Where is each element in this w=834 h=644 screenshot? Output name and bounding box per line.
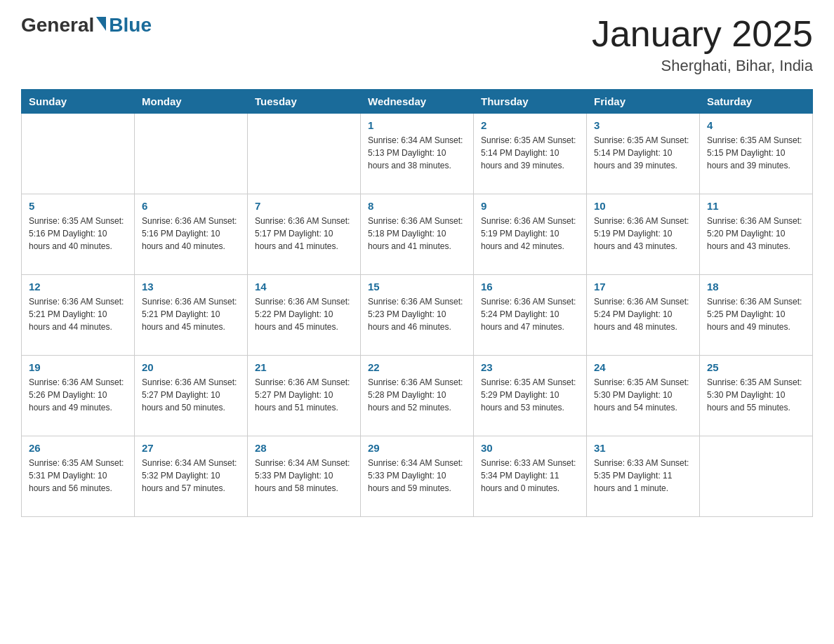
- table-row: 10Sunrise: 6:36 AM Sunset: 5:19 PM Dayli…: [587, 194, 700, 275]
- day-number: 6: [142, 200, 240, 212]
- day-info: Sunrise: 6:35 AM Sunset: 5:16 PM Dayligh…: [29, 215, 127, 253]
- day-info: Sunrise: 6:36 AM Sunset: 5:21 PM Dayligh…: [29, 295, 127, 333]
- day-info: Sunrise: 6:34 AM Sunset: 5:33 PM Dayligh…: [368, 457, 466, 495]
- day-info: Sunrise: 6:35 AM Sunset: 5:31 PM Dayligh…: [29, 457, 127, 495]
- table-row: 25Sunrise: 6:35 AM Sunset: 5:30 PM Dayli…: [700, 356, 813, 436]
- day-info: Sunrise: 6:35 AM Sunset: 5:14 PM Dayligh…: [481, 134, 579, 172]
- logo: General Blue: [21, 14, 152, 36]
- table-row: 5Sunrise: 6:35 AM Sunset: 5:16 PM Daylig…: [22, 194, 135, 275]
- table-row: 11Sunrise: 6:36 AM Sunset: 5:20 PM Dayli…: [700, 194, 813, 275]
- day-info: Sunrise: 6:35 AM Sunset: 5:15 PM Dayligh…: [707, 134, 805, 172]
- table-row: 17Sunrise: 6:36 AM Sunset: 5:24 PM Dayli…: [587, 275, 700, 356]
- day-number: 3: [594, 119, 692, 131]
- table-row: 13Sunrise: 6:36 AM Sunset: 5:21 PM Dayli…: [135, 275, 248, 356]
- day-info: Sunrise: 6:34 AM Sunset: 5:32 PM Dayligh…: [142, 457, 240, 495]
- table-row: 20Sunrise: 6:36 AM Sunset: 5:27 PM Dayli…: [135, 356, 248, 436]
- day-info: Sunrise: 6:36 AM Sunset: 5:23 PM Dayligh…: [368, 295, 466, 333]
- table-row: 24Sunrise: 6:35 AM Sunset: 5:30 PM Dayli…: [587, 356, 700, 436]
- logo-blue-text: Blue: [109, 14, 152, 36]
- table-row: [700, 436, 813, 517]
- day-info: Sunrise: 6:36 AM Sunset: 5:26 PM Dayligh…: [29, 376, 127, 414]
- calendar-week-row: 5Sunrise: 6:35 AM Sunset: 5:16 PM Daylig…: [22, 194, 813, 275]
- month-title: January 2025: [592, 14, 813, 54]
- table-row: 19Sunrise: 6:36 AM Sunset: 5:26 PM Dayli…: [22, 356, 135, 436]
- page-header: General Blue January 2025 Sherghati, Bih…: [21, 14, 813, 75]
- day-number: 27: [142, 442, 240, 454]
- col-header-thursday: Thursday: [474, 90, 587, 114]
- day-number: 10: [594, 200, 692, 212]
- day-info: Sunrise: 6:36 AM Sunset: 5:17 PM Dayligh…: [255, 215, 353, 253]
- day-number: 22: [368, 361, 466, 373]
- title-section: January 2025 Sherghati, Bihar, India: [592, 14, 813, 75]
- table-row: 23Sunrise: 6:35 AM Sunset: 5:29 PM Dayli…: [474, 356, 587, 436]
- day-info: Sunrise: 6:36 AM Sunset: 5:24 PM Dayligh…: [594, 295, 692, 333]
- logo-general-text: General: [21, 14, 94, 36]
- calendar-week-row: 26Sunrise: 6:35 AM Sunset: 5:31 PM Dayli…: [22, 436, 813, 517]
- day-info: Sunrise: 6:35 AM Sunset: 5:30 PM Dayligh…: [707, 376, 805, 414]
- day-info: Sunrise: 6:35 AM Sunset: 5:29 PM Dayligh…: [481, 376, 579, 414]
- day-number: 23: [481, 361, 579, 373]
- day-info: Sunrise: 6:36 AM Sunset: 5:21 PM Dayligh…: [142, 295, 240, 333]
- day-number: 14: [255, 281, 353, 293]
- day-info: Sunrise: 6:36 AM Sunset: 5:16 PM Dayligh…: [142, 215, 240, 253]
- table-row: 22Sunrise: 6:36 AM Sunset: 5:28 PM Dayli…: [361, 356, 474, 436]
- day-info: Sunrise: 6:36 AM Sunset: 5:18 PM Dayligh…: [368, 215, 466, 253]
- table-row: 9Sunrise: 6:36 AM Sunset: 5:19 PM Daylig…: [474, 194, 587, 275]
- day-number: 2: [481, 119, 579, 131]
- table-row: 21Sunrise: 6:36 AM Sunset: 5:27 PM Dayli…: [248, 356, 361, 436]
- day-number: 1: [368, 119, 466, 131]
- table-row: 31Sunrise: 6:33 AM Sunset: 5:35 PM Dayli…: [587, 436, 700, 517]
- day-number: 15: [368, 281, 466, 293]
- table-row: 14Sunrise: 6:36 AM Sunset: 5:22 PM Dayli…: [248, 275, 361, 356]
- col-header-friday: Friday: [587, 90, 700, 114]
- logo-triangle-icon: [96, 17, 106, 31]
- day-number: 30: [481, 442, 579, 454]
- day-info: Sunrise: 6:36 AM Sunset: 5:20 PM Dayligh…: [707, 215, 805, 253]
- table-row: [135, 114, 248, 194]
- table-row: 8Sunrise: 6:36 AM Sunset: 5:18 PM Daylig…: [361, 194, 474, 275]
- table-row: 7Sunrise: 6:36 AM Sunset: 5:17 PM Daylig…: [248, 194, 361, 275]
- day-number: 21: [255, 361, 353, 373]
- col-header-saturday: Saturday: [700, 90, 813, 114]
- calendar-week-row: 12Sunrise: 6:36 AM Sunset: 5:21 PM Dayli…: [22, 275, 813, 356]
- table-row: 26Sunrise: 6:35 AM Sunset: 5:31 PM Dayli…: [22, 436, 135, 517]
- calendar-header-row: SundayMondayTuesdayWednesdayThursdayFrid…: [22, 90, 813, 114]
- day-info: Sunrise: 6:36 AM Sunset: 5:22 PM Dayligh…: [255, 295, 353, 333]
- table-row: 1Sunrise: 6:34 AM Sunset: 5:13 PM Daylig…: [361, 114, 474, 194]
- table-row: 2Sunrise: 6:35 AM Sunset: 5:14 PM Daylig…: [474, 114, 587, 194]
- day-info: Sunrise: 6:36 AM Sunset: 5:27 PM Dayligh…: [142, 376, 240, 414]
- table-row: 27Sunrise: 6:34 AM Sunset: 5:32 PM Dayli…: [135, 436, 248, 517]
- calendar-table: SundayMondayTuesdayWednesdayThursdayFrid…: [21, 89, 813, 517]
- day-number: 9: [481, 200, 579, 212]
- day-info: Sunrise: 6:36 AM Sunset: 5:28 PM Dayligh…: [368, 376, 466, 414]
- table-row: 6Sunrise: 6:36 AM Sunset: 5:16 PM Daylig…: [135, 194, 248, 275]
- day-number: 18: [707, 281, 805, 293]
- table-row: 15Sunrise: 6:36 AM Sunset: 5:23 PM Dayli…: [361, 275, 474, 356]
- col-header-monday: Monday: [135, 90, 248, 114]
- table-row: 3Sunrise: 6:35 AM Sunset: 5:14 PM Daylig…: [587, 114, 700, 194]
- table-row: 30Sunrise: 6:33 AM Sunset: 5:34 PM Dayli…: [474, 436, 587, 517]
- day-number: 4: [707, 119, 805, 131]
- day-number: 28: [255, 442, 353, 454]
- col-header-wednesday: Wednesday: [361, 90, 474, 114]
- day-number: 20: [142, 361, 240, 373]
- col-header-tuesday: Tuesday: [248, 90, 361, 114]
- day-number: 5: [29, 200, 127, 212]
- day-number: 16: [481, 281, 579, 293]
- col-header-sunday: Sunday: [22, 90, 135, 114]
- table-row: 4Sunrise: 6:35 AM Sunset: 5:15 PM Daylig…: [700, 114, 813, 194]
- day-number: 29: [368, 442, 466, 454]
- day-info: Sunrise: 6:36 AM Sunset: 5:25 PM Dayligh…: [707, 295, 805, 333]
- day-number: 31: [594, 442, 692, 454]
- calendar-week-row: 1Sunrise: 6:34 AM Sunset: 5:13 PM Daylig…: [22, 114, 813, 194]
- day-number: 7: [255, 200, 353, 212]
- day-info: Sunrise: 6:34 AM Sunset: 5:33 PM Dayligh…: [255, 457, 353, 495]
- day-number: 13: [142, 281, 240, 293]
- day-info: Sunrise: 6:33 AM Sunset: 5:35 PM Dayligh…: [594, 457, 692, 495]
- table-row: 12Sunrise: 6:36 AM Sunset: 5:21 PM Dayli…: [22, 275, 135, 356]
- day-number: 12: [29, 281, 127, 293]
- day-info: Sunrise: 6:36 AM Sunset: 5:24 PM Dayligh…: [481, 295, 579, 333]
- day-info: Sunrise: 6:36 AM Sunset: 5:27 PM Dayligh…: [255, 376, 353, 414]
- day-info: Sunrise: 6:34 AM Sunset: 5:13 PM Dayligh…: [368, 134, 466, 172]
- day-number: 26: [29, 442, 127, 454]
